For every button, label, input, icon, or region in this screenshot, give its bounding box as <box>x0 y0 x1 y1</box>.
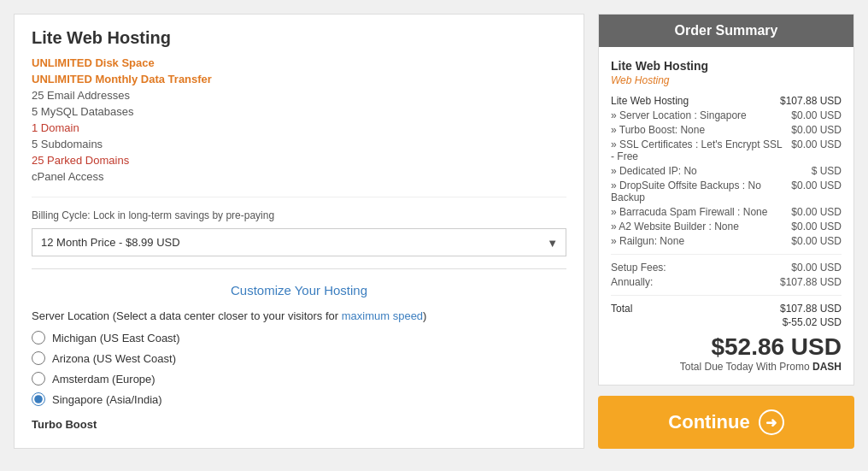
discount-row: $-55.02 USD <box>611 316 842 328</box>
annually-amount: $107.88 USD <box>780 276 842 288</box>
location-singapore-radio[interactable] <box>32 392 45 406</box>
feature-parked: 25 Parked Domains <box>32 154 566 167</box>
feature-email: 25 Email Addresses <box>32 89 566 102</box>
order-line-base: Lite Web Hosting $107.88 USD <box>611 95 842 107</box>
location-radio-group: Michigan (US East Coast) Arizona (US Wes… <box>32 331 566 406</box>
emphasis-text: maximum speed <box>342 309 423 322</box>
order-line-server-label: » Server Location : Singapore <box>611 109 784 121</box>
order-line-ip-amount: $ USD <box>812 165 842 177</box>
order-line-ip-label: » Dedicated IP: No <box>611 165 805 177</box>
order-summary-box: Order Summary Lite Web Hosting Web Hosti… <box>598 14 854 386</box>
order-line-server: » Server Location : Singapore $0.00 USD <box>611 109 842 121</box>
annually-label: Annually: <box>611 276 653 288</box>
order-plan-type: Web Hosting <box>611 74 842 86</box>
order-summary-body: Lite Web Hosting Web Hosting Lite Web Ho… <box>599 47 853 385</box>
location-amsterdam: Amsterdam (Europe) <box>32 372 566 386</box>
billing-label: Billing Cycle: Lock in long-term savings… <box>32 209 566 221</box>
order-annually: Annually: $107.88 USD <box>611 276 842 288</box>
location-singapore-label: Singapore (Asia/India) <box>52 393 162 406</box>
order-line-ssl-label: » SSL Certificates : Let's Encrypt SSL -… <box>611 138 784 162</box>
feature-list: UNLIMITED Disk Space UNLIMITED Monthly D… <box>32 56 566 183</box>
left-panel: Lite Web Hosting UNLIMITED Disk Space UN… <box>14 14 584 449</box>
order-line-railgun-amount: $0.00 USD <box>791 235 842 247</box>
order-line-base-amount: $107.88 USD <box>780 95 842 107</box>
location-singapore: Singapore (Asia/India) <box>32 392 566 406</box>
plan-title: Lite Web Hosting <box>32 28 566 48</box>
order-line-railgun-label: » Railgun: None <box>611 235 784 247</box>
customize-section: Customize Your Hosting Server Location (… <box>32 268 566 431</box>
setup-fees-label: Setup Fees: <box>611 262 666 274</box>
order-line-ssl-amount: $0.00 USD <box>791 138 842 162</box>
feature-domain: 1 Domain <box>32 121 566 134</box>
order-setup-fees: Setup Fees: $0.00 USD <box>611 262 842 274</box>
server-location-label: Server Location (Select a data center cl… <box>32 309 566 322</box>
promo-price: $52.86 USD <box>611 333 842 361</box>
order-line-spam: » Barracuda Spam Firewall : None $0.00 U… <box>611 206 842 218</box>
order-line-ssl: » SSL Certificates : Let's Encrypt SSL -… <box>611 138 842 162</box>
order-line-turbo: » Turbo Boost: None $0.00 USD <box>611 124 842 136</box>
order-line-turbo-label: » Turbo Boost: None <box>611 124 784 136</box>
feature-subdomains: 5 Subdomains <box>32 138 566 150</box>
feature-data-transfer: UNLIMITED Monthly Data Transfer <box>32 73 566 85</box>
location-michigan: Michigan (US East Coast) <box>32 331 566 344</box>
customize-title: Customize Your Hosting <box>32 283 566 297</box>
location-arizona-label: Arizona (US West Coast) <box>52 352 176 365</box>
order-line-spam-label: » Barracuda Spam Firewall : None <box>611 206 784 218</box>
setup-fees-amount: $0.00 USD <box>791 262 842 274</box>
feature-disk-space: UNLIMITED Disk Space <box>32 56 566 69</box>
discount-amount: $-55.02 USD <box>783 316 842 328</box>
order-plan-name: Lite Web Hosting <box>611 59 842 73</box>
location-amsterdam-radio[interactable] <box>32 372 45 386</box>
promo-note: Total Due Today With Promo DASH <box>611 361 842 373</box>
order-divider-1 <box>611 254 842 255</box>
location-arizona: Arizona (US West Coast) <box>32 351 566 365</box>
billing-select-wrap: 12 Month Price - $8.99 USD ▼ <box>32 228 566 256</box>
order-line-backup: » DropSuite Offsite Backups : No Backup … <box>611 180 842 203</box>
continue-label: Continue <box>668 411 749 433</box>
order-line-server-amount: $0.00 USD <box>791 109 842 121</box>
feature-cpanel: cPanel Access <box>32 170 566 183</box>
order-line-base-label: Lite Web Hosting <box>611 95 773 107</box>
order-line-spam-amount: $0.00 USD <box>791 206 842 218</box>
billing-select[interactable]: 12 Month Price - $8.99 USD <box>32 228 566 256</box>
feature-mysql: 5 MySQL Databases <box>32 105 566 118</box>
total-amount: $107.88 USD <box>780 303 842 315</box>
promo-code: DASH <box>812 361 842 373</box>
turbo-boost-label: Turbo Boost <box>32 418 566 431</box>
order-line-turbo-amount: $0.00 USD <box>791 124 842 136</box>
location-michigan-label: Michigan (US East Coast) <box>52 332 180 344</box>
billing-section: Billing Cycle: Lock in long-term savings… <box>32 197 566 256</box>
order-line-backup-amount: $0.00 USD <box>791 180 842 203</box>
order-line-builder: » A2 Website Builder : None $0.00 USD <box>611 221 842 233</box>
continue-button[interactable]: Continue ➜ <box>598 396 854 449</box>
order-grand-total: Total $107.88 USD $-55.02 USD $52.86 USD… <box>611 295 842 373</box>
order-line-builder-amount: $0.00 USD <box>791 221 842 233</box>
location-amsterdam-label: Amsterdam (Europe) <box>52 373 155 386</box>
order-line-railgun: » Railgun: None $0.00 USD <box>611 235 842 247</box>
total-label: Total <box>611 303 632 315</box>
order-line-backup-label: » DropSuite Offsite Backups : No Backup <box>611 180 784 203</box>
order-summary-header: Order Summary <box>599 15 853 47</box>
order-line-builder-label: » A2 Website Builder : None <box>611 221 784 233</box>
promo-text: Total Due Today With Promo <box>680 361 810 373</box>
continue-arrow-icon: ➜ <box>759 409 784 435</box>
right-panel: Order Summary Lite Web Hosting Web Hosti… <box>598 14 854 449</box>
location-arizona-radio[interactable] <box>32 351 45 365</box>
order-line-ip: » Dedicated IP: No $ USD <box>611 165 842 177</box>
location-michigan-radio[interactable] <box>32 331 45 344</box>
total-row: Total $107.88 USD <box>611 303 842 315</box>
